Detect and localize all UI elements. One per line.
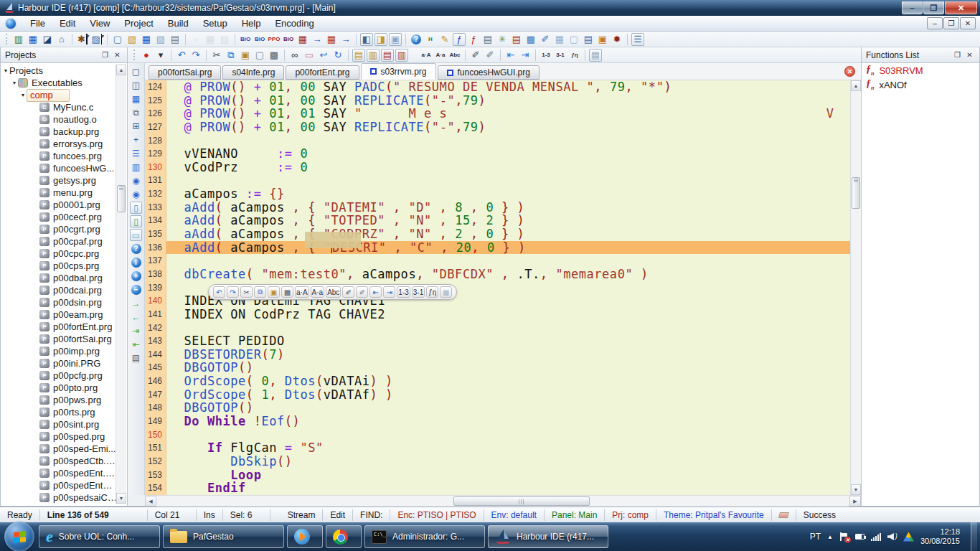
select-stream-icon[interactable]: ▩ — [281, 286, 293, 298]
code-line-135[interactable]: 135 aAdd( aCampos , { "CODPRZ" , "N" , 2… — [145, 227, 850, 241]
zoom-out-icon[interactable]: − — [130, 283, 142, 296]
split-vertical-icon[interactable]: ◫ — [130, 79, 142, 91]
tree-item-p00pto-prg[interactable]: Pp00pto.prg — [1, 382, 117, 394]
tree-item-myfunc-c[interactable]: CMyFunc.c — [1, 101, 117, 113]
uncomment-block-icon[interactable]: ✐ — [484, 49, 496, 62]
maximize-editor-icon[interactable]: ▢ — [130, 65, 142, 77]
save-project-icon[interactable]: ▦ — [27, 33, 39, 46]
code-line-137[interactable]: 137 — [145, 254, 850, 268]
maximize-button[interactable]: ❐ — [923, 1, 944, 14]
tree-item-p00cpaf-prg[interactable]: Pp00cpaf.prg — [1, 235, 117, 248]
goto-previous-icon[interactable]: ← — [130, 311, 142, 323]
undo-icon[interactable]: ↶ — [213, 286, 225, 298]
menu-item-build[interactable]: Build — [161, 17, 196, 30]
function-item-xanof[interactable]: ƒnxANOf — [862, 77, 979, 92]
tree-item-p00pcfg-prg[interactable]: Pp00pcfg.prg — [1, 369, 117, 382]
new-file-icon[interactable]: ▢ — [111, 33, 124, 46]
code-line-151[interactable]: 151 If FlgCan = "S" — [145, 441, 850, 455]
float-panel-icon[interactable]: ❐ — [100, 50, 110, 60]
tile-grid-icon[interactable]: ▦ — [204, 33, 217, 46]
toggle-case-icon[interactable]: Abc — [448, 49, 461, 62]
toggle-case-icon[interactable]: Abc — [326, 286, 341, 298]
compile-bio-1-icon[interactable]: BiO — [239, 33, 252, 46]
menu-item-project[interactable]: Project — [117, 17, 160, 30]
close-panel-icon[interactable]: ✕ — [964, 50, 975, 60]
compile-bio-3-icon[interactable]: BiO — [282, 33, 295, 46]
google-drive-icon[interactable] — [903, 532, 914, 542]
tree-item-p00cgrt-prg[interactable]: Pp00cgrt.prg — [1, 223, 117, 235]
tree-item-p00ini-prg[interactable]: Pp00ini.PRG — [1, 357, 117, 369]
code-line-143[interactable]: 143 SELECT PEDIDO — [145, 334, 850, 348]
move-line-down-icon[interactable]: 3-1 — [554, 49, 567, 62]
mark-red-1-icon[interactable]: ▤ — [381, 49, 394, 62]
code-line-150[interactable]: 150 — [145, 428, 850, 442]
indent-left-icon[interactable]: ⇤ — [369, 286, 382, 298]
network-signal-icon[interactable] — [871, 532, 881, 541]
grid-view-icon[interactable]: ▦ — [553, 33, 566, 46]
redo-icon[interactable]: ↷ — [227, 286, 239, 298]
tree-item-p00sped-prg[interactable]: Pp00sped.prg — [1, 430, 117, 443]
gallery-icon[interactable]: ▨▾ — [90, 33, 103, 46]
tree-item-getsys-prg[interactable]: Pgetsys.prg — [1, 174, 117, 187]
panel-bottom-view-icon[interactable]: ▭ — [130, 229, 142, 241]
code-line-147[interactable]: 147 OrdScope( 1, Dtos(vDATAf) ) — [145, 388, 850, 402]
code-editor[interactable]: 124 @ PROW() + 01, 00 SAY PADC(" RESUMO … — [145, 80, 850, 495]
expander-icon[interactable]: ▾ — [11, 80, 18, 86]
comment-icon[interactable]: ✐ — [342, 286, 354, 298]
code-line-149[interactable]: 149 Do While !Eof() — [145, 415, 850, 428]
save-as-icon[interactable]: ▧ — [154, 33, 167, 46]
compile-ppo-icon[interactable]: PPO — [268, 33, 281, 46]
tree-item-errorsys-prg[interactable]: Perrorsys.prg — [1, 138, 117, 150]
panel-left-view-icon[interactable]: ▯ — [130, 202, 142, 214]
move-line-up-icon[interactable]: 1-3 — [540, 49, 552, 62]
taskbar-internet-explorer[interactable]: eSobre UOL: Conh... — [39, 525, 160, 548]
tree-item-funcoes-prg[interactable]: Pfuncoes.prg — [1, 150, 117, 162]
to-lower-icon[interactable]: A·a — [311, 286, 325, 298]
tree-item-p00dcai-prg[interactable]: Pp00dcai.prg — [1, 284, 117, 296]
tree-item-p00pws-prg[interactable]: Pp00pws.prg — [1, 394, 117, 406]
docs-icon[interactable]: ▤ — [582, 33, 595, 46]
project-properties-icon[interactable]: ▤ — [481, 33, 494, 46]
code-line-134[interactable]: 134 aAdd( aCampos , { "TOTPED" , "N" , 1… — [145, 214, 850, 227]
build-log-icon[interactable]: ▤ — [510, 33, 523, 46]
mdi-minimize-button[interactable]: – — [927, 17, 943, 29]
open-project-icon[interactable]: ▥ — [12, 33, 25, 46]
taskbar-media-player[interactable] — [287, 525, 323, 548]
language-indicator[interactable]: PT — [810, 532, 821, 542]
tab-funcoeshwgui-prg[interactable]: funcoesHwGUI.prg — [438, 65, 540, 80]
mark-gold-2-icon[interactable]: ▥ — [367, 49, 380, 62]
tree-item-p00spedctb-p-[interactable]: Pp00spedCtb.p... — [1, 455, 117, 467]
scroll-up-icon[interactable]: ▲ — [851, 80, 861, 91]
reload-source-icon[interactable]: ↻ — [331, 49, 344, 62]
mdi-close-button[interactable]: ✕ — [960, 17, 976, 29]
tree-item-p00001-prg[interactable]: Pp00001.prg — [1, 199, 117, 211]
code-line-125[interactable]: 125 @ PROW() + 01, 00 SAY REPLICATE("-",… — [145, 94, 850, 108]
menu-item-encoding[interactable]: Encoding — [268, 17, 321, 30]
code-line-136[interactable]: 136 aAdd( aCampos , { "DESCRI" , "C" , 2… — [145, 241, 850, 255]
tree-item-menu-prg[interactable]: Pmenu.prg — [1, 187, 117, 199]
tree-item-p00cpc-prg[interactable]: Pp00cpc.prg — [1, 248, 117, 260]
scrollbar-thumb[interactable] — [852, 177, 860, 209]
minimize-button[interactable]: – — [902, 1, 923, 14]
print-icon[interactable]: ▤ — [169, 33, 182, 46]
to-upper-icon[interactable]: a·A — [420, 49, 433, 62]
code-line-153[interactable]: 153 Loop — [145, 468, 850, 482]
tree-item-noautlog-o[interactable]: Onoautlog.o — [1, 113, 117, 126]
select-block-icon[interactable]: ▢ — [253, 49, 266, 62]
columns-view-icon[interactable]: ▥ — [130, 161, 142, 173]
fn-case-icon[interactable]: ƒη — [568, 49, 581, 62]
tree-item-p00fortsai-prg[interactable]: Pp00fortSai.prg — [1, 333, 117, 345]
show-desktop-button[interactable] — [971, 522, 977, 551]
move-line-down-icon[interactable]: 3-1 — [412, 286, 425, 298]
save-layout-icon[interactable]: ▦ — [130, 93, 142, 105]
harbour-orb-icon[interactable] — [6, 19, 16, 29]
editor-vscrollbar[interactable]: ▲ ▼ — [850, 80, 861, 495]
tile-horizontal-icon[interactable]: ▫ — [189, 33, 202, 46]
select-stream-icon[interactable]: ▩ — [268, 49, 281, 62]
close-button[interactable]: ✕ — [945, 1, 977, 14]
clock[interactable]: 12:18 30/08/2015 — [920, 527, 960, 546]
info-ball-icon[interactable]: i — [130, 256, 142, 268]
tree-item-backup-prg[interactable]: Pbackup.prg — [1, 126, 117, 138]
code-line-131[interactable]: 131 — [145, 174, 850, 187]
tab-p00fortent-prg[interactable]: p00fortEnt.prg — [286, 65, 359, 80]
